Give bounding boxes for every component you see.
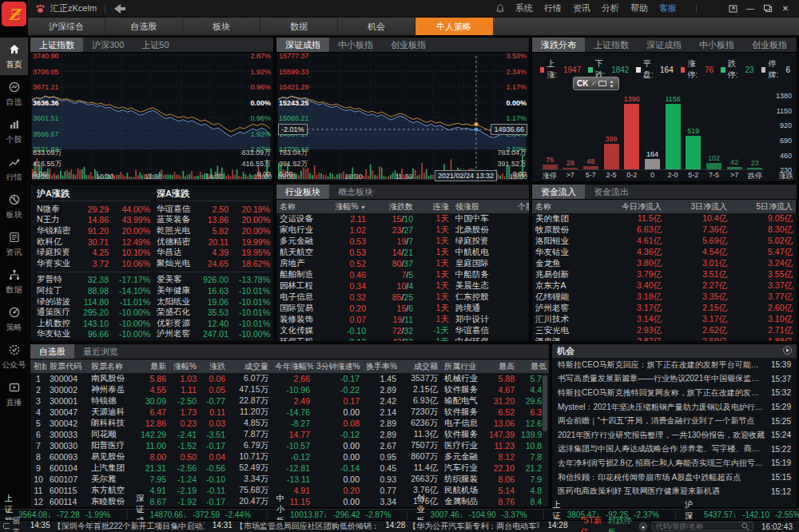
mover-row[interactable]: 绿的谐波114.80-11.01%	[37, 296, 150, 308]
sector-row[interactable]: 交运设备2.1115/101天中国中车5.10	[276, 213, 530, 224]
column-header-最高[interactable]: 最高	[484, 359, 518, 373]
sector-row[interactable]: 电子信息0.3285/251天仁东控股9.95	[276, 292, 530, 303]
ticker-news-item[interactable]: 14:28【华为公开汽车新专利：两台电动车可相互充电】近日…	[385, 521, 539, 532]
watchlist-row[interactable]: 2300002神州泰岳4.551.110.0547.15万-10.96-0.22…	[30, 384, 550, 395]
dist-tab-创业板指[interactable]: 创业板指	[743, 38, 796, 52]
ime-arrows-icon[interactable]: ▲▼	[609, 79, 614, 89]
column-header-今日净流入[interactable]: 今日净流入	[599, 200, 665, 213]
news-item[interactable]: 特斯拉CEO马斯克推特回复网友称，旗下正在改建的发射平台“火卫一”（Phobos…	[552, 386, 797, 400]
watchlist-row[interactable]: 7300030阳普医疗11.00-1.52-0.176.79万-10.570.0…	[30, 440, 550, 451]
ime-toolbar[interactable]: CK ▲▼	[573, 77, 619, 90]
scrollbar-thumb[interactable]	[543, 375, 547, 431]
message-label[interactable]: 留言	[3, 515, 26, 532]
fund-flow-row[interactable]: 金龙鱼3.80亿3.01亿3.24亿	[532, 258, 796, 269]
mover-row[interactable]: 绿庭投资4.2510.10%	[37, 247, 150, 258]
news-item[interactable]: 特斯拉CEO马斯克回应：旗下正在改建的发射平台可能会在今年年底前投入运营15:3…	[552, 358, 797, 372]
menu-item-客服[interactable]: 客服	[659, 2, 677, 14]
sidebar-item-策略[interactable]: 策略	[0, 300, 28, 338]
watchlist-scrollbar[interactable]	[542, 374, 548, 506]
column-header-最新[interactable]: 最新	[137, 359, 169, 373]
sector-row[interactable]: 文化传媒-0.1072/32-1天华谊嘉信20.19	[276, 325, 530, 336]
mover-row[interactable]: 优彩资源12.40-10.01%	[157, 318, 270, 329]
column-header-今年涨幅%[interactable]: 今年涨幅%	[272, 359, 313, 373]
watchlist-tab-自选股[interactable]: 自选股	[30, 344, 74, 359]
mover-row[interactable]: 上机数控143.10-10.00%	[37, 318, 150, 329]
watchlist-tab-最近浏览[interactable]: 最近浏览	[74, 344, 127, 359]
column-header-成交额[interactable]: 成交额	[400, 359, 441, 373]
fund-flow-row[interactable]: 兆易创新3.79亿3.51亿3.55亿	[532, 269, 796, 280]
menu-item-分析[interactable]: 分析	[602, 2, 619, 14]
sector-row[interactable]: 多元金融0.5319/71天绿庭投资10.10	[276, 236, 530, 247]
dist-tab-上证指数[interactable]: 上证指数	[585, 38, 638, 52]
ime-keyboard-icon[interactable]	[598, 81, 606, 86]
watchlist-row[interactable]: 3300001特锐德30.09-2.50-0.7722.87万2.490.172…	[30, 395, 550, 407]
mover-row[interactable]: 聚灿光电24.6518.62%	[157, 258, 270, 269]
column-header-涨幅%[interactable]: 涨幅%	[169, 359, 200, 373]
ticker-news-item[interactable]: 14:28【北京…	[547, 521, 575, 532]
column-header-3分钟涨速%[interactable]: 3分钟涨速%	[313, 359, 363, 373]
chart-sh-tab-上证指数[interactable]: 上证指数	[30, 38, 83, 52]
sidebar-item-个股[interactable]: 个股	[0, 113, 28, 150]
dist-tab-中小板指[interactable]: 中小板指	[690, 38, 743, 52]
fund-flow-row[interactable]: 三安光电2.93亿2.62亿2.71亿	[532, 325, 796, 336]
column-header-涨跌[interactable]: 涨跌	[200, 359, 229, 373]
top-tab-沪深综合[interactable]: 沪深综合	[28, 18, 105, 35]
chart-sz-tab-创业板指[interactable]: 创业板指	[382, 38, 435, 52]
ticker-news-item[interactable]: 14:31【市场监管总局回应社区团购低价倾销：下一步加大监…	[213, 521, 377, 532]
sectors-tab-行业板块[interactable]: 行业板块	[276, 185, 329, 199]
fund-flow-row[interactable]: 泸州老窖3.17亿2.15亿2.60亿	[532, 303, 796, 314]
mover-row[interactable]: 华资实业3.7210.06%	[37, 258, 150, 269]
mover-row[interactable]: 优德精密20.1119.99%	[157, 236, 270, 248]
sidebar-item-资讯[interactable]: 资讯	[0, 225, 28, 263]
top-tab-数据[interactable]: 数据	[260, 18, 338, 35]
top-tab-牛人策略[interactable]: 牛人策略	[415, 18, 493, 35]
sector-row[interactable]: 船舶制造0.467/51天中船防务4.78	[276, 269, 530, 280]
column-header-名称[interactable]: 名称	[276, 200, 327, 213]
restore-window-icon[interactable]	[724, 2, 741, 16]
fund-flow-row[interactable]: 亿纬锂能3.18亿3.35亿3.77亿	[532, 292, 796, 303]
watchlist-row[interactable]: 1300004南风股份5.861.030.066.07万2.66-0.171.4…	[30, 373, 550, 384]
sector-row[interactable]: 环保工程-0.1243/23-1天中创环保15.63	[276, 336, 530, 342]
sector-row[interactable]: 航天航空0.5314/211天中航机电3.97	[276, 247, 530, 258]
menu-item-系统[interactable]: 系统	[515, 2, 533, 14]
top-tab-板块[interactable]: 板块	[183, 18, 260, 35]
column-header-换手率%[interactable]: 换手率%	[363, 359, 400, 373]
fund-flow-row[interactable]: 京东方A3.40亿2.27亿3.37亿	[532, 280, 796, 292]
mover-row[interactable]: N微泰29.2944.00%	[37, 204, 150, 215]
mover-row[interactable]: 华锐精密91.2020.00%	[37, 225, 150, 236]
column-header-领涨股[interactable]: 领涨股	[452, 200, 503, 213]
watchlist-row[interactable]: 5300042朗科科技12.860.230.034.85万-8.270.082.…	[30, 418, 550, 429]
sector-row[interactable]: 房地产0.5280/371天皇庭国际10.21	[276, 258, 530, 269]
watchlist-row[interactable]: 4300047天源迪科6.471.730.1111.20万-14.760.002…	[30, 407, 550, 418]
watchlist-row[interactable]: 6300033同花顺142.29-2.41-3.517.87万14.77-0.1…	[30, 429, 550, 440]
column-header-连涨[interactable]: 连涨	[416, 200, 452, 213]
chart-sh-tab-上证50[interactable]: 上证50	[133, 38, 177, 52]
stock-search-input[interactable]: 代码/简拼/名称	[652, 522, 753, 531]
chart-sz-tab-中小板指[interactable]: 中小板指	[329, 38, 382, 52]
mover-row[interactable]: 阿拉丁88.98-14.10%	[37, 285, 150, 296]
column-header-股票名称[interactable]: 股票名称	[88, 359, 137, 373]
fund-flow-row[interactable]: 酒鬼酒2.87亿2.50亿1.88亿	[532, 336, 796, 342]
close-icon[interactable]: ✕	[777, 2, 794, 16]
chart-sz-tab-深证成指[interactable]: 深证成指	[276, 38, 329, 52]
sector-row[interactable]: 园林工程0.3410/41天美晨生态3.88	[276, 280, 530, 292]
column-header-涨幅%[interactable]: 涨幅% ▼	[327, 200, 369, 213]
news-item[interactable]: 去年净利润亏损2.8亿 招商仁和人寿能否实现三年内扭亏目标15:19	[552, 456, 797, 470]
funds-tab-资金流出[interactable]: 资金流出	[585, 185, 638, 199]
column-header-名称[interactable]: 名称	[532, 200, 599, 213]
mover-row[interactable]: 泸州老窖247.01-10.00%	[157, 329, 270, 340]
funds-tab-资金流入[interactable]: 资金流入	[532, 185, 585, 199]
news-item[interactable]: Mysteel：2021年坚决压缩粗钢产量助力废钢以及电炉行业发展15:29	[552, 400, 797, 415]
mover-row[interactable]: 蓝英装备13.8620.00%	[157, 215, 270, 226]
minimize-icon[interactable]: —	[741, 2, 759, 16]
sector-row[interactable]: 国际贸易0.2015/61天跨境通10.12	[276, 303, 530, 314]
dist-tab-深证成指[interactable]: 深证成指	[638, 38, 690, 52]
ticker-pause-icon[interactable]: ●	[639, 522, 647, 531]
mover-row[interactable]: 华谊嘉信2.5020.19%	[157, 204, 270, 215]
mover-row[interactable]: 太阳纸业19.06-10.01%	[157, 296, 270, 308]
sidebar-item-行情[interactable]: 行情	[0, 150, 28, 188]
mover-row[interactable]: 华昌达4.3919.95%	[157, 247, 270, 258]
collapse-arrow-icon[interactable]	[783, 346, 792, 356]
mover-row[interactable]: 华友钴业96.66-10.00%	[37, 329, 150, 340]
watchlist-row[interactable]: 10600107美尔雅7.95-1.24-0.103.34万-13.110.00…	[30, 474, 550, 485]
